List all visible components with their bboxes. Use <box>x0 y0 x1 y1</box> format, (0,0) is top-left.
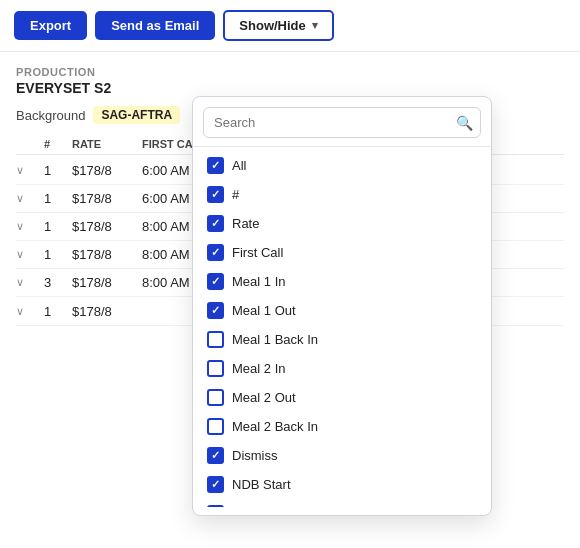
dropdown-item-label: Meal 2 Out <box>232 390 296 405</box>
checkbox[interactable]: ✓ <box>207 157 224 174</box>
checkbox[interactable] <box>207 331 224 348</box>
dropdown-item[interactable]: ✓# <box>193 180 491 209</box>
dropdown-item[interactable]: ✓First Call <box>193 238 491 267</box>
row-rate: $178/8 <box>72 275 142 290</box>
check-mark: ✓ <box>211 450 220 461</box>
toolbar: Export Send as Email Show/Hide ▾ <box>0 0 580 52</box>
show-hide-button[interactable]: Show/Hide ▾ <box>223 10 333 41</box>
col-num: # <box>44 138 72 150</box>
check-mark: ✓ <box>211 160 220 171</box>
row-num: 1 <box>44 219 72 234</box>
dropdown-search-wrap: 🔍 <box>193 97 491 147</box>
checkbox[interactable]: ✓ <box>207 186 224 203</box>
dropdown-item-label: Rate <box>232 216 259 231</box>
production-name: EVERYSET S2 <box>16 80 564 96</box>
sag-badge: SAG-AFTRA <box>93 106 180 124</box>
send-email-button[interactable]: Send as Email <box>95 11 215 40</box>
check-mark: ✓ <box>211 305 220 316</box>
checkbox[interactable]: ✓ <box>207 447 224 464</box>
dropdown-item-label: Dismiss <box>232 448 278 463</box>
check-mark: ✓ <box>211 218 220 229</box>
dropdown-item-label: Meal 2 In <box>232 361 285 376</box>
dropdown-item-label: NDB Start <box>232 477 291 492</box>
row-rate: $178/8 <box>72 163 142 178</box>
check-mark: ✓ <box>211 189 220 200</box>
show-hide-label: Show/Hide <box>239 18 305 33</box>
dropdown-item-label: Meal 1 In <box>232 274 285 289</box>
dropdown-item-label: NDB End <box>232 506 286 507</box>
row-chevron[interactable]: ∨ <box>16 276 44 289</box>
production-section-label: PRODUCTION <box>16 66 564 78</box>
dropdown-item[interactable]: Meal 2 Out <box>193 383 491 412</box>
dropdown-item-label: Meal 1 Back In <box>232 332 318 347</box>
row-rate: $178/8 <box>72 304 142 319</box>
dropdown-item[interactable]: ✓Dismiss <box>193 441 491 470</box>
search-input[interactable] <box>203 107 481 138</box>
check-mark: ✓ <box>211 479 220 490</box>
row-chevron[interactable]: ∨ <box>16 192 44 205</box>
checkbox[interactable] <box>207 418 224 435</box>
export-button[interactable]: Export <box>14 11 87 40</box>
dropdown-item-label: First Call <box>232 245 283 260</box>
dropdown-item[interactable]: ✓Meal 1 In <box>193 267 491 296</box>
col-rate: RATE <box>72 138 142 150</box>
row-rate: $178/8 <box>72 191 142 206</box>
checkbox[interactable]: ✓ <box>207 215 224 232</box>
row-num: 1 <box>44 247 72 262</box>
dropdown-item[interactable]: Meal 2 In <box>193 354 491 383</box>
row-rate: $178/8 <box>72 247 142 262</box>
dropdown-item[interactable]: ✓Rate <box>193 209 491 238</box>
dropdown-item[interactable]: ✓Meal 1 Out <box>193 296 491 325</box>
dropdown-item-label: Meal 1 Out <box>232 303 296 318</box>
col-chevron <box>16 138 44 150</box>
checkbox[interactable]: ✓ <box>207 244 224 261</box>
row-rate: $178/8 <box>72 219 142 234</box>
dropdown-item-label: All <box>232 158 246 173</box>
background-label: Background <box>16 108 85 123</box>
search-field-wrap: 🔍 <box>203 107 481 138</box>
row-num: 3 <box>44 275 72 290</box>
check-mark: ✓ <box>211 247 220 258</box>
check-mark: ✓ <box>211 276 220 287</box>
dropdown-item[interactable]: ✓NDB End <box>193 499 491 507</box>
dropdown-item[interactable]: Meal 1 Back In <box>193 325 491 354</box>
dropdown-item[interactable]: ✓NDB Start <box>193 470 491 499</box>
row-num: 1 <box>44 163 72 178</box>
row-chevron[interactable]: ∨ <box>16 248 44 261</box>
checkbox[interactable] <box>207 389 224 406</box>
dropdown-item[interactable]: Meal 2 Back In <box>193 412 491 441</box>
checkbox[interactable]: ✓ <box>207 505 224 507</box>
dropdown-item[interactable]: ✓All <box>193 151 491 180</box>
checkbox[interactable] <box>207 360 224 377</box>
dropdown-item-label: # <box>232 187 239 202</box>
dropdown-list: ✓All✓#✓Rate✓First Call✓Meal 1 In✓Meal 1 … <box>193 147 491 507</box>
row-chevron[interactable]: ∨ <box>16 220 44 233</box>
row-num: 1 <box>44 304 72 319</box>
show-hide-dropdown: 🔍 ✓All✓#✓Rate✓First Call✓Meal 1 In✓Meal … <box>192 96 492 516</box>
row-chevron[interactable]: ∨ <box>16 164 44 177</box>
row-num: 1 <box>44 191 72 206</box>
checkbox[interactable]: ✓ <box>207 273 224 290</box>
checkbox[interactable]: ✓ <box>207 476 224 493</box>
chevron-down-icon: ▾ <box>312 19 318 32</box>
row-chevron[interactable]: ∨ <box>16 305 44 318</box>
main-content: PRODUCTION EVERYSET S2 Background SAG-AF… <box>0 52 580 340</box>
checkbox[interactable]: ✓ <box>207 302 224 319</box>
dropdown-item-label: Meal 2 Back In <box>232 419 318 434</box>
